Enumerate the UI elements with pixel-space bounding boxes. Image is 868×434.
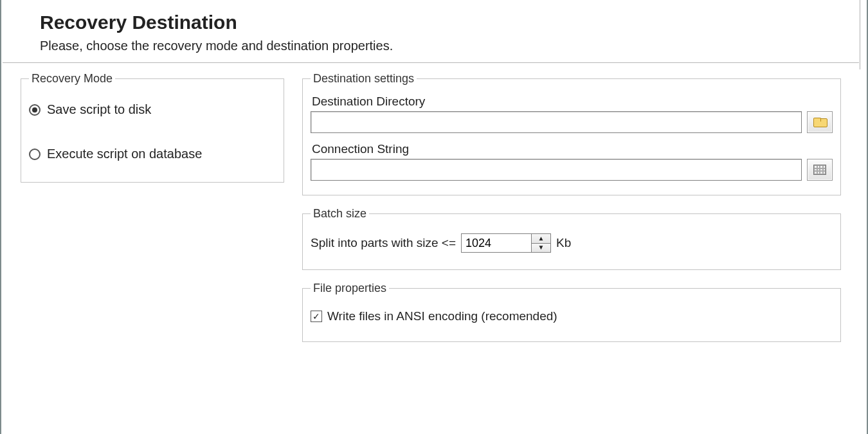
page-title: Recovery Destination bbox=[40, 12, 867, 33]
batch-prefix-text: Split into parts with size <= bbox=[311, 236, 456, 250]
radio-icon bbox=[29, 149, 41, 160]
ansi-encoding-checkbox[interactable]: ✓ Write files in ANSI encoding (recomend… bbox=[311, 304, 833, 329]
spinner-buttons: ▲ ▼ bbox=[531, 234, 550, 252]
header-area: Recovery Destination Please, choose the … bbox=[1, 0, 867, 53]
radio-execute-on-database[interactable]: Execute script on database bbox=[29, 147, 276, 161]
batch-size-group: Batch size Split into parts with size <=… bbox=[302, 207, 841, 270]
connection-string-input[interactable] bbox=[311, 159, 802, 181]
destination-directory-label: Destination Directory bbox=[312, 95, 833, 109]
wizard-panel: Recovery Destination Please, choose the … bbox=[0, 0, 868, 434]
file-properties-group: File properties ✓ Write files in ANSI en… bbox=[302, 282, 841, 342]
batch-line: Split into parts with size <= ▲ ▼ Kb bbox=[311, 230, 833, 257]
destination-directory-row bbox=[311, 111, 833, 133]
batch-unit-label: Kb bbox=[556, 236, 571, 250]
ansi-encoding-label: Write files in ANSI encoding (recomended… bbox=[327, 309, 557, 323]
folder-icon bbox=[813, 118, 826, 127]
grid-icon bbox=[813, 165, 826, 175]
connection-builder-button[interactable] bbox=[807, 159, 833, 181]
recovery-mode-group: Recovery Mode Save script to disk Execut… bbox=[21, 72, 284, 183]
spinner-up-button[interactable]: ▲ bbox=[532, 234, 550, 243]
batch-size-spinner[interactable]: ▲ ▼ bbox=[461, 233, 551, 253]
connection-string-label: Connection String bbox=[312, 142, 833, 156]
checkbox-icon: ✓ bbox=[311, 311, 322, 322]
recovery-mode-legend: Recovery Mode bbox=[29, 72, 115, 86]
page-subtitle: Please, choose the recovery mode and des… bbox=[40, 39, 867, 53]
connection-string-row bbox=[311, 159, 833, 181]
right-column: Destination settings Destination Directo… bbox=[302, 72, 841, 354]
destination-settings-legend: Destination settings bbox=[311, 72, 417, 86]
radio-label: Execute script on database bbox=[47, 147, 202, 161]
spinner-down-button[interactable]: ▼ bbox=[532, 243, 550, 253]
browse-directory-button[interactable] bbox=[807, 111, 833, 133]
batch-size-input[interactable] bbox=[462, 234, 531, 252]
radio-icon bbox=[29, 104, 41, 116]
radio-save-script-to-disk[interactable]: Save script to disk bbox=[29, 102, 276, 117]
radio-label: Save script to disk bbox=[47, 102, 151, 117]
content-area: Recovery Mode Save script to disk Execut… bbox=[1, 63, 867, 354]
destination-directory-input[interactable] bbox=[311, 111, 802, 133]
left-column: Recovery Mode Save script to disk Execut… bbox=[21, 72, 284, 194]
batch-size-legend: Batch size bbox=[311, 207, 369, 221]
file-properties-legend: File properties bbox=[311, 282, 389, 295]
destination-settings-group: Destination settings Destination Directo… bbox=[302, 72, 841, 195]
